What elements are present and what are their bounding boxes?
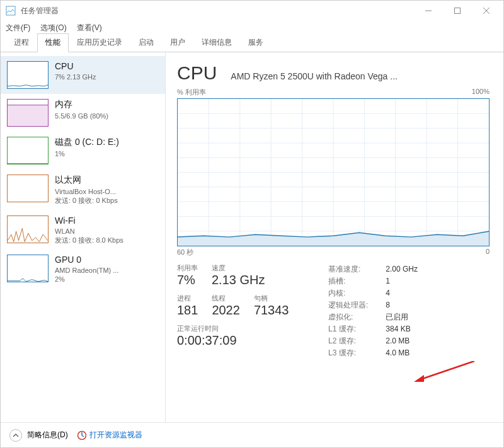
utilization-label: 利用率 bbox=[177, 263, 198, 273]
memory-thumbnail bbox=[7, 99, 49, 127]
app-icon bbox=[6, 6, 16, 16]
tab-processes[interactable]: 进程 bbox=[6, 33, 37, 52]
window-controls bbox=[414, 1, 501, 21]
main-area: CPU 7% 2.13 GHz 内存 5.5/6.9 GB (80%) bbox=[1, 52, 503, 422]
graph-label-top-right: 100% bbox=[472, 88, 490, 97]
bottom-bar: 简略信息(D) 打开资源监视器 bbox=[1, 422, 503, 447]
graph-label-bottom-right: 0 bbox=[486, 248, 490, 257]
cores-label: 内核: bbox=[328, 287, 386, 299]
disk-thumbnail bbox=[7, 137, 49, 164]
chevron-up-icon bbox=[13, 432, 19, 439]
cpu-info-table: 基准速度:2.00 GHz 插槽:1 内核:4 逻辑处理器:8 虚拟化:已启用 … bbox=[328, 263, 418, 359]
virtualization-value: 已启用 bbox=[386, 311, 418, 323]
sidebar-item-sub: AMD Radeon(TM) ... bbox=[55, 266, 159, 275]
sidebar-item-wifi[interactable]: Wi-Fi WLAN 发送: 0 接收: 8.0 Kbps bbox=[1, 210, 165, 250]
menu-view[interactable]: 查看(V) bbox=[77, 23, 102, 33]
cpu-model: AMD Ryzen 5 2500U with Radeon Vega ... bbox=[231, 71, 490, 81]
sidebar-item-label: GPU 0 bbox=[55, 255, 159, 265]
cores-value: 4 bbox=[386, 287, 418, 299]
svg-line-26 bbox=[419, 361, 474, 380]
minimize-button[interactable] bbox=[414, 1, 443, 21]
tab-performance[interactable]: 性能 bbox=[37, 33, 69, 52]
threads-value: 2022 bbox=[212, 303, 240, 318]
menu-options[interactable]: 选项(O) bbox=[40, 23, 66, 33]
tab-app-history[interactable]: 应用历史记录 bbox=[69, 33, 130, 52]
virtualization-label: 虚拟化: bbox=[328, 311, 386, 323]
window-title: 任务管理器 bbox=[21, 6, 414, 16]
sidebar-item-label: 内存 bbox=[55, 99, 159, 110]
uptime-value: 0:00:37:09 bbox=[177, 333, 237, 348]
sidebar-item-label: Wi-Fi bbox=[55, 215, 159, 226]
l2-cache-value: 2.0 MB bbox=[386, 335, 418, 347]
tab-services[interactable]: 服务 bbox=[240, 33, 272, 52]
processes-value: 181 bbox=[177, 303, 198, 318]
cpu-detail-pane: CPU AMD Ryzen 5 2500U with Radeon Vega .… bbox=[166, 52, 503, 422]
svg-marker-27 bbox=[414, 375, 424, 382]
base-speed-value: 2.00 GHz bbox=[386, 263, 418, 275]
svg-rect-2 bbox=[455, 8, 461, 14]
l1-cache-label: L1 缓存: bbox=[328, 323, 386, 335]
tab-strip: 进程 性能 应用历史记录 启动 用户 详细信息 服务 bbox=[1, 35, 503, 52]
sidebar-item-gpu[interactable]: GPU 0 AMD Radeon(TM) ... 2% bbox=[1, 250, 165, 289]
l3-cache-value: 4.0 MB bbox=[386, 347, 418, 359]
sidebar-item-cpu[interactable]: CPU 7% 2.13 GHz bbox=[1, 56, 165, 94]
tab-startup[interactable]: 启动 bbox=[130, 33, 162, 52]
maximize-button[interactable] bbox=[443, 1, 472, 21]
performance-sidebar: CPU 7% 2.13 GHz 内存 5.5/6.9 GB (80%) bbox=[1, 52, 166, 422]
logical-processors-value: 8 bbox=[386, 299, 418, 311]
handles-label: 句柄 bbox=[254, 294, 289, 303]
svg-line-30 bbox=[82, 435, 84, 437]
tab-details[interactable]: 详细信息 bbox=[193, 33, 240, 52]
cpu-stats: 利用率 7% 速度 2.13 GHz 进程 181 bbox=[177, 263, 490, 359]
speed-value: 2.13 GHz bbox=[212, 273, 265, 287]
uptime-label: 正常运行时间 bbox=[177, 324, 237, 333]
tab-users[interactable]: 用户 bbox=[162, 33, 193, 52]
l3-cache-label: L3 缓存: bbox=[328, 347, 386, 359]
task-manager-window: 任务管理器 文件(F) 选项(O) 查看(V) 进程 性能 应用历史记录 启动 … bbox=[0, 0, 504, 448]
sockets-value: 1 bbox=[386, 275, 418, 287]
speed-label: 速度 bbox=[212, 263, 265, 273]
sidebar-item-disk[interactable]: 磁盘 0 (C: D: E:) 1% bbox=[1, 132, 165, 169]
gpu-thumbnail bbox=[7, 255, 49, 282]
sidebar-item-sub2: 2% bbox=[55, 275, 159, 284]
sidebar-item-sub: 1% bbox=[55, 149, 159, 158]
base-speed-label: 基准速度: bbox=[328, 263, 386, 275]
sockets-label: 插槽: bbox=[328, 275, 386, 287]
processes-label: 进程 bbox=[177, 294, 198, 303]
wifi-thumbnail bbox=[7, 215, 49, 243]
detail-heading: CPU bbox=[177, 62, 217, 84]
fewer-details-label[interactable]: 简略信息(D) bbox=[27, 430, 68, 440]
sidebar-item-memory[interactable]: 内存 5.5/6.9 GB (80%) bbox=[1, 94, 165, 132]
cpu-utilization-graph[interactable] bbox=[177, 98, 490, 246]
annotation-arrow-icon bbox=[411, 361, 481, 386]
threads-label: 线程 bbox=[212, 294, 240, 303]
l2-cache-label: L2 缓存: bbox=[328, 335, 386, 347]
sidebar-item-sub: WLAN bbox=[55, 227, 159, 236]
l1-cache-value: 384 KB bbox=[386, 323, 418, 335]
sidebar-item-sub: 7% 2.13 GHz bbox=[55, 72, 159, 81]
fewer-details-button[interactable] bbox=[9, 429, 22, 442]
sidebar-item-sub: VirtualBox Host-O... bbox=[55, 187, 159, 196]
sidebar-item-label: 磁盘 0 (C: D: E:) bbox=[55, 137, 159, 148]
menubar: 文件(F) 选项(O) 查看(V) bbox=[1, 21, 503, 35]
sidebar-item-label: 以太网 bbox=[55, 175, 159, 186]
open-resource-monitor-link[interactable]: 打开资源监视器 bbox=[77, 430, 142, 440]
utilization-value: 7% bbox=[177, 273, 198, 287]
titlebar: 任务管理器 bbox=[1, 1, 503, 21]
cpu-thumbnail bbox=[7, 61, 49, 89]
sidebar-item-sub2: 发送: 0 接收: 8.0 Kbps bbox=[55, 236, 159, 244]
resource-monitor-icon bbox=[77, 430, 87, 440]
menu-file[interactable]: 文件(F) bbox=[6, 23, 30, 33]
sidebar-item-ethernet[interactable]: 以太网 VirtualBox Host-O... 发送: 0 接收: 0 Kbp… bbox=[1, 169, 165, 210]
sidebar-item-label: CPU bbox=[55, 61, 159, 71]
close-button[interactable] bbox=[472, 1, 501, 21]
ethernet-thumbnail bbox=[7, 175, 49, 202]
svg-rect-5 bbox=[8, 105, 48, 127]
logical-processors-label: 逻辑处理器: bbox=[328, 299, 386, 311]
graph-label-bottom-left: 60 秒 bbox=[177, 248, 193, 257]
sidebar-item-sub: 5.5/6.9 GB (80%) bbox=[55, 112, 159, 120]
handles-value: 71343 bbox=[254, 303, 289, 318]
sidebar-item-sub2: 发送: 0 接收: 0 Kbps bbox=[55, 196, 159, 205]
graph-label-top-left: % 利用率 bbox=[177, 88, 206, 97]
